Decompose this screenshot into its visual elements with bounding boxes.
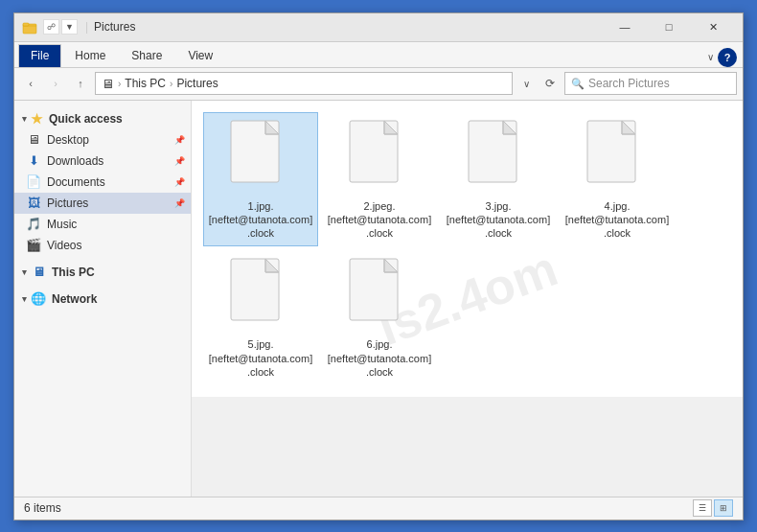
view-grid-button[interactable]: ⊞ <box>714 499 733 517</box>
title-bar-controls: — □ ✕ <box>603 12 735 41</box>
quick-access-arrow: ▾ <box>22 114 27 124</box>
sidebar-label-network: Network <box>52 292 97 306</box>
desktop-icon: 🖥 <box>26 132 41 148</box>
file-icon-5 <box>227 257 294 334</box>
file-item-1[interactable]: 1.jpg.[neftet@tutanota.com].clock <box>203 112 318 247</box>
downloads-icon: ⬇ <box>26 153 41 169</box>
music-icon: 🎵 <box>26 217 41 232</box>
file-name-4: 4.jpg.[neftet@tutanota.com].clock <box>564 199 670 241</box>
file-item-5[interactable]: 5.jpg.[neftet@tutanota.com].clock <box>203 250 318 385</box>
refresh-button[interactable]: ⟳ <box>539 73 561 94</box>
file-icon-2 <box>346 119 413 196</box>
status-view-buttons: ☰ ⊞ <box>693 499 733 517</box>
breadcrumb-sep-1: › <box>118 79 121 89</box>
sidebar-item-documents[interactable]: 📄 Documents 📌 <box>14 172 191 193</box>
tab-share[interactable]: Share <box>119 44 174 67</box>
this-pc-arrow: ▾ <box>22 267 27 277</box>
file-item-6[interactable]: 6.jpg.[neftet@tutanota.com].clock <box>322 250 437 385</box>
up-button[interactable]: ↑ <box>70 73 91 94</box>
breadcrumb-bar[interactable]: 🖥 › This PC › Pictures <box>95 72 513 95</box>
search-box[interactable]: 🔍 Search Pictures <box>564 72 737 95</box>
quick-access-star: ★ <box>31 111 43 127</box>
network-icon: 🌐 <box>31 291 46 307</box>
sidebar-label-desktop: Desktop <box>47 133 171 147</box>
status-bar: 6 items ☰ ⊞ <box>14 497 743 520</box>
file-name-2: 2.jpeg.[neftet@tutanota.com].clock <box>327 199 432 241</box>
sidebar: ▾ ★ Quick access 🖥 Desktop 📌 ⬇ Downloads… <box>14 101 192 497</box>
sidebar-label-this-pc: This PC <box>52 266 95 279</box>
sidebar-label-downloads: Downloads <box>47 154 171 168</box>
sidebar-label-quick-access: Quick access <box>49 112 123 126</box>
videos-icon: 🎬 <box>26 238 41 253</box>
sidebar-item-music[interactable]: 🎵 Music <box>14 214 191 235</box>
maximize-button[interactable]: □ <box>647 12 691 41</box>
main-area: ▾ ★ Quick access 🖥 Desktop 📌 ⬇ Downloads… <box>14 101 743 497</box>
sidebar-section-quick-access: ▾ ★ Quick access 🖥 Desktop 📌 ⬇ Downloads… <box>14 104 191 258</box>
downloads-pin: 📌 <box>174 156 185 166</box>
file-name-3: 3.jpg.[neftet@tutanota.com].clock <box>446 199 551 241</box>
tab-file[interactable]: File <box>18 44 61 67</box>
forward-button[interactable]: › <box>45 73 66 94</box>
tab-home[interactable]: Home <box>62 44 118 67</box>
explorer-window: ☍ ▼ | Pictures — □ ✕ File Home Share Vie… <box>13 12 744 520</box>
close-button[interactable]: ✕ <box>691 12 735 41</box>
sidebar-label-pictures: Pictures <box>47 197 171 210</box>
sidebar-label-videos: Videos <box>47 239 185 252</box>
search-placeholder: Search Pictures <box>588 77 670 90</box>
file-item-3[interactable]: 3.jpg.[neftet@tutanota.com].clock <box>441 112 556 247</box>
breadcrumb-this-pc[interactable]: This PC <box>125 77 166 90</box>
file-item-2[interactable]: 2.jpeg.[neftet@tutanota.com].clock <box>322 112 437 247</box>
view-list-button[interactable]: ☰ <box>693 499 712 517</box>
breadcrumb-sep-2: › <box>170 79 172 89</box>
file-icon-6 <box>346 257 413 334</box>
file-name-5: 5.jpg.[neftet@tutanota.com].clock <box>208 337 313 379</box>
quick-access-new-folder[interactable]: ▼ <box>61 19 78 35</box>
sidebar-header-this-pc[interactable]: ▾ 🖥 This PC <box>14 260 191 283</box>
sidebar-item-desktop[interactable]: 🖥 Desktop 📌 <box>14 129 191 150</box>
file-item-4[interactable]: 4.jpg.[neftet@tutanota.com].clock <box>560 112 675 247</box>
minimize-button[interactable]: — <box>603 12 647 41</box>
file-icon-3 <box>465 119 532 196</box>
sidebar-label-documents: Documents <box>47 175 171 189</box>
tab-view[interactable]: View <box>175 44 225 67</box>
sidebar-label-music: Music <box>47 218 185 231</box>
desktop-pin: 📌 <box>174 135 185 145</box>
file-name-6: 6.jpg.[neftet@tutanota.com].clock <box>327 337 432 379</box>
file-icon-1 <box>227 119 294 196</box>
quick-access-properties[interactable]: ☍ <box>43 19 59 35</box>
svg-rect-1 <box>23 23 29 26</box>
sidebar-item-pictures[interactable]: 🖼 Pictures 📌 <box>14 193 191 214</box>
title-bar: ☍ ▼ | Pictures — □ ✕ <box>14 13 743 42</box>
breadcrumb-pictures[interactable]: Pictures <box>176 77 218 90</box>
breadcrumb-icon: 🖥 <box>102 77 114 91</box>
help-button[interactable]: ? <box>718 48 737 67</box>
address-bar: ‹ › ↑ 🖥 › This PC › Pictures ∨ ⟳ 🔍 Searc… <box>14 68 743 101</box>
title-bar-icon <box>22 19 37 35</box>
ribbon-chevron[interactable]: ∨ <box>707 52 714 62</box>
documents-icon: 📄 <box>26 174 41 190</box>
pictures-pin: 📌 <box>174 198 185 208</box>
pictures-icon: 🖼 <box>26 196 41 211</box>
search-icon: 🔍 <box>571 78 585 90</box>
this-pc-icon: 🖥 <box>31 265 46 280</box>
status-count: 6 items <box>24 501 693 515</box>
file-name-1: 1.jpg.[neftet@tutanota.com].clock <box>208 199 313 241</box>
file-area: 1.jpg.[neftet@tutanota.com].clock 2.jpeg… <box>192 101 743 398</box>
sidebar-item-downloads[interactable]: ⬇ Downloads 📌 <box>14 150 191 172</box>
breadcrumb-dropdown[interactable]: ∨ <box>516 72 536 95</box>
ribbon-tabs: File Home Share View ∨ ? <box>14 42 743 67</box>
sidebar-header-network[interactable]: ▾ 🌐 Network <box>14 287 191 310</box>
window-title: Pictures <box>94 20 603 34</box>
sidebar-section-network: ▾ 🌐 Network <box>14 285 191 312</box>
file-area-wrapper: is2.4om 1.jpg.[neftet@tutanota.com].cloc… <box>192 101 743 497</box>
documents-pin: 📌 <box>174 177 185 187</box>
back-button[interactable]: ‹ <box>20 73 41 94</box>
network-arrow: ▾ <box>22 294 27 304</box>
file-icon-4 <box>584 119 651 196</box>
sidebar-header-quick-access[interactable]: ▾ ★ Quick access <box>14 106 191 129</box>
sidebar-item-videos[interactable]: 🎬 Videos <box>14 235 191 256</box>
ribbon: File Home Share View ∨ ? <box>14 42 743 68</box>
sidebar-section-this-pc: ▾ 🖥 This PC <box>14 258 191 285</box>
